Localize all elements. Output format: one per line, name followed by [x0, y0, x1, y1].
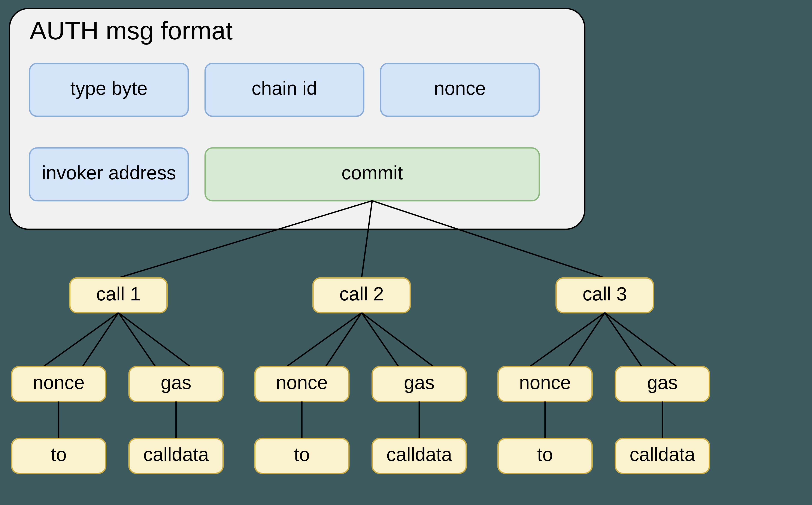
call-2-calldata: calldata: [372, 439, 466, 473]
call-3-gas: gas: [616, 366, 709, 401]
call-3: call 3: [556, 278, 653, 313]
edge-call2-to: [326, 313, 362, 367]
auth-msg-format-title: AUTH msg format: [29, 16, 233, 45]
edge-call1-nonce: [43, 313, 118, 367]
type-byte-label: type byte: [70, 78, 148, 99]
call-3-to: to: [498, 439, 592, 473]
call-3-label: call 3: [583, 283, 627, 305]
edge-call3-gas: [605, 313, 642, 367]
call-2-nonce: nonce: [255, 366, 349, 401]
call-1-to: to: [12, 439, 106, 473]
nonce-field: nonce: [381, 63, 539, 116]
call-2-gas: gas: [372, 366, 466, 401]
edge-call3-nonce: [530, 313, 605, 367]
call-2-gas-label: gas: [404, 372, 434, 393]
invoker-address-field: invoker address: [29, 148, 188, 201]
invoker-address-label: invoker address: [42, 162, 176, 183]
call-2-nonce-label: nonce: [276, 372, 328, 393]
call-3-nonce-label: nonce: [519, 372, 571, 393]
call-1: call 1: [70, 278, 167, 313]
edge-call2-calldata: [362, 313, 434, 367]
call-3-gas-label: gas: [647, 372, 678, 393]
call-3-calldata-label: calldata: [630, 444, 695, 465]
edge-call1-gas: [118, 313, 155, 367]
call-2: call 2: [313, 278, 410, 313]
title-text: AUTH msg format: [29, 16, 233, 45]
edge-call3-to: [569, 313, 605, 367]
edge-call1-to: [83, 313, 118, 367]
call-1-nonce: nonce: [12, 366, 106, 401]
edge-call3-calldata: [605, 313, 677, 367]
edge-call1-calldata: [118, 313, 190, 367]
edge-call2-nonce: [286, 313, 362, 367]
call-2-to: to: [255, 439, 349, 473]
commit-field: commit: [205, 148, 539, 201]
call-1-to-label: to: [51, 444, 66, 465]
type-byte-field: type byte: [29, 63, 188, 116]
call-3-calldata: calldata: [616, 439, 709, 473]
diagram-root: AUTH msg format type byte chain id nonce…: [0, 0, 812, 505]
call-2-to-label: to: [294, 444, 310, 465]
commit-label: commit: [342, 162, 403, 183]
call-1-label: call 1: [96, 283, 140, 305]
call-1-nonce-label: nonce: [33, 372, 85, 393]
nonce-label: nonce: [434, 78, 486, 99]
call-1-calldata: calldata: [129, 439, 223, 473]
call-1-calldata-label: calldata: [143, 444, 209, 465]
chain-id-label: chain id: [252, 78, 317, 99]
call-3-to-label: to: [537, 444, 553, 465]
chain-id-field: chain id: [205, 63, 364, 116]
call-2-calldata-label: calldata: [387, 444, 452, 465]
call-1-gas: gas: [129, 366, 223, 401]
call-1-gas-label: gas: [161, 372, 191, 393]
edge-call2-gas: [362, 313, 399, 367]
call-2-label: call 2: [340, 283, 384, 305]
call-3-nonce: nonce: [498, 366, 592, 401]
